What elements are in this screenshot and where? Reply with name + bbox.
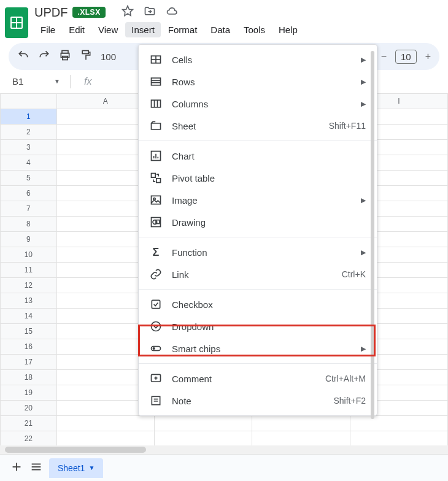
checkbox-icon xyxy=(150,298,162,310)
insert-image[interactable]: Image ▶ xyxy=(139,189,377,211)
formula-bar-fx-label: fx xyxy=(77,76,91,87)
star-icon[interactable] xyxy=(122,5,134,20)
menu-item-label: Cells xyxy=(172,55,351,65)
cell[interactable] xyxy=(252,416,350,431)
svg-point-32 xyxy=(153,348,155,350)
zoom-out-button[interactable]: − xyxy=(381,51,387,62)
insert-rows[interactable]: Rows ▶ xyxy=(139,71,377,93)
sheet-tabs-bar: Sheet1 ▼ xyxy=(0,454,448,481)
row-header-6[interactable]: 6 xyxy=(1,186,57,201)
insert-menu-dropdown: Cells ▶ Rows ▶ Columns ▶ Sheet Shift+F11… xyxy=(138,44,377,416)
cell[interactable] xyxy=(56,431,154,447)
menu-item-label: Function xyxy=(172,247,351,258)
menu-edit[interactable]: Edit xyxy=(63,22,91,37)
cell[interactable] xyxy=(350,431,447,447)
insert-note[interactable]: Note Shift+F2 xyxy=(139,390,377,412)
undo-button[interactable] xyxy=(17,49,29,64)
document-title[interactable]: UPDF xyxy=(34,6,68,20)
row-header-9[interactable]: 9 xyxy=(1,232,57,247)
insert-function[interactable]: Σ Function ▶ xyxy=(139,241,377,263)
menu-item-label: Comment xyxy=(172,374,315,384)
add-sheet-button[interactable] xyxy=(10,460,23,476)
menu-item-shortcut: Shift+F11 xyxy=(329,121,366,131)
row-header-11[interactable]: 11 xyxy=(1,263,57,278)
name-box[interactable]: B1 ▼ xyxy=(9,75,64,88)
row-header-14[interactable]: 14 xyxy=(1,309,57,324)
insert-pivot-table[interactable]: Pivot table xyxy=(139,167,377,189)
row-header-17[interactable]: 17 xyxy=(1,355,57,370)
row-header-12[interactable]: 12 xyxy=(1,278,57,293)
submenu-arrow-icon: ▶ xyxy=(361,78,366,86)
menu-scrollbar[interactable] xyxy=(371,51,374,419)
row-header-10[interactable]: 10 xyxy=(1,247,57,263)
svg-point-30 xyxy=(152,322,161,331)
submenu-arrow-icon: ▶ xyxy=(361,56,366,64)
insert-checkbox[interactable]: Checkbox xyxy=(139,293,377,315)
all-sheets-button[interactable] xyxy=(29,460,43,476)
svg-rect-17 xyxy=(152,123,161,129)
menu-tools[interactable]: Tools xyxy=(238,22,271,37)
insert-chart[interactable]: Chart xyxy=(139,145,377,167)
insert-sheet[interactable]: Sheet Shift+F11 xyxy=(139,115,377,137)
menu-divider xyxy=(139,363,377,364)
menu-item-label: Image xyxy=(172,195,351,206)
menu-data[interactable]: Data xyxy=(204,22,236,37)
row-header-7[interactable]: 7 xyxy=(1,201,57,217)
cloud-status-icon[interactable] xyxy=(166,5,178,20)
menu-insert[interactable]: Insert xyxy=(125,22,161,37)
menu-format[interactable]: Format xyxy=(162,22,204,37)
sheet-tab-sheet1[interactable]: Sheet1 ▼ xyxy=(49,458,103,478)
row-header-21[interactable]: 21 xyxy=(1,416,57,431)
menu-file[interactable]: File xyxy=(34,22,61,37)
move-icon[interactable] xyxy=(144,5,156,20)
row-header-20[interactable]: 20 xyxy=(1,401,57,416)
insert-link[interactable]: Link Ctrl+K xyxy=(139,263,377,285)
scrollbar-thumb[interactable] xyxy=(5,447,146,453)
print-button[interactable] xyxy=(59,49,71,64)
row-header-15[interactable]: 15 xyxy=(1,324,57,339)
row-header-19[interactable]: 19 xyxy=(1,385,57,401)
menu-item-label: Checkbox xyxy=(172,299,366,310)
row-header-4[interactable]: 4 xyxy=(1,155,57,171)
chevron-down-icon: ▼ xyxy=(54,78,60,85)
redo-button[interactable] xyxy=(38,49,50,64)
paint-format-button[interactable] xyxy=(80,49,92,64)
row-header-22[interactable]: 22 xyxy=(1,431,57,447)
insert-cells[interactable]: Cells ▶ xyxy=(139,48,377,71)
zoom-value-truncated[interactable]: 100 xyxy=(101,52,116,62)
row-header-16[interactable]: 16 xyxy=(1,339,57,355)
insert-dropdown[interactable]: Dropdown xyxy=(139,315,377,337)
sheets-app-icon[interactable] xyxy=(5,7,28,38)
row-header-5[interactable]: 5 xyxy=(1,171,57,186)
divider xyxy=(70,75,71,88)
zoom-input[interactable]: 10 xyxy=(395,50,417,64)
insert-comment[interactable]: Comment Ctrl+Alt+M xyxy=(139,367,377,390)
row-header-1[interactable]: 1 xyxy=(1,109,57,125)
row-header-2[interactable]: 2 xyxy=(1,125,57,140)
cell[interactable] xyxy=(350,416,447,431)
cell[interactable] xyxy=(252,431,350,447)
link-icon xyxy=(150,268,162,280)
cell[interactable] xyxy=(154,431,252,447)
menu-view[interactable]: View xyxy=(92,22,124,37)
sheet-tab-label: Sheet1 xyxy=(58,463,85,473)
dropdown-icon xyxy=(150,320,162,333)
cells-icon xyxy=(150,53,162,66)
row-header-3[interactable]: 3 xyxy=(1,140,57,155)
insert-drawing[interactable]: Drawing xyxy=(139,211,377,233)
menu-item-label: Rows xyxy=(172,77,351,87)
menu-divider xyxy=(139,140,377,141)
horizontal-scrollbar[interactable] xyxy=(0,445,448,454)
insert-columns[interactable]: Columns ▶ xyxy=(139,93,377,115)
zoom-in-button[interactable]: + xyxy=(425,51,431,62)
submenu-arrow-icon: ▶ xyxy=(361,196,366,204)
menu-help[interactable]: Help xyxy=(272,22,304,37)
row-header-13[interactable]: 13 xyxy=(1,293,57,309)
row-header-18[interactable]: 18 xyxy=(1,370,57,385)
cell[interactable] xyxy=(56,416,154,431)
menu-item-label: Columns xyxy=(172,99,351,109)
cell[interactable] xyxy=(154,416,252,431)
insert-smart-chips[interactable]: Smart chips ▶ xyxy=(139,337,377,360)
svg-rect-11 xyxy=(152,78,161,85)
row-header-8[interactable]: 8 xyxy=(1,217,57,232)
